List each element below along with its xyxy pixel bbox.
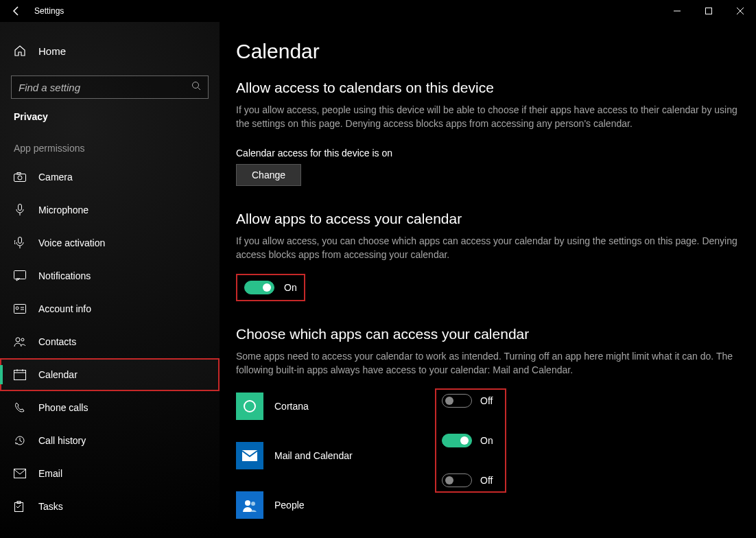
section-app-access: Allow apps to access your calendar If yo… xyxy=(236,211,742,302)
app-toggle-label: Off xyxy=(480,395,493,406)
people-icon xyxy=(236,491,263,519)
svg-rect-8 xyxy=(17,173,21,175)
close-button[interactable] xyxy=(724,0,756,22)
sidebar-item-phone-calls[interactable]: Phone calls xyxy=(0,391,220,424)
sidebar-item-contacts[interactable]: Contacts xyxy=(0,325,220,358)
app-list: CortanaMail and CalendarPeople xyxy=(236,393,435,519)
sidebar-item-label: Email xyxy=(38,468,62,479)
app-toggle-label: Off xyxy=(480,475,493,486)
app-access-toggle-label: On xyxy=(284,282,297,293)
sidebar-item-label: Call history xyxy=(38,435,86,446)
window-title: Settings xyxy=(34,6,64,16)
svg-line-5 xyxy=(198,88,201,91)
sidebar-item-microphone[interactable]: Microphone xyxy=(0,194,220,226)
camera-icon xyxy=(14,172,26,182)
sidebar-item-account-info[interactable]: Account info xyxy=(0,292,220,325)
sidebar-item-voice-activation[interactable]: Voice activation xyxy=(0,226,220,259)
svg-point-29 xyxy=(245,500,250,506)
voice-icon xyxy=(14,237,26,249)
section2-desc: If you allow access, you can choose whic… xyxy=(236,234,742,262)
search-box[interactable] xyxy=(11,75,209,99)
section1-heading: Allow access to calendars on this device xyxy=(236,80,742,96)
svg-rect-6 xyxy=(14,174,26,182)
svg-rect-11 xyxy=(19,237,22,244)
sidebar-item-label: Account info xyxy=(38,303,91,314)
app-name: Cortana xyxy=(274,401,425,412)
sidebar-subsection: App permissions xyxy=(0,124,220,161)
svg-point-27 xyxy=(244,401,255,412)
account-icon xyxy=(14,304,26,314)
sidebar-item-tasks[interactable]: Tasks xyxy=(0,490,220,523)
sidebar-item-label: Tasks xyxy=(38,501,63,512)
svg-rect-9 xyxy=(19,204,22,211)
phone-icon xyxy=(14,402,26,413)
email-icon xyxy=(14,469,26,478)
svg-point-7 xyxy=(18,176,22,180)
tasks-icon xyxy=(14,501,26,512)
app-toggle-mail-and-calendar[interactable] xyxy=(442,434,472,447)
svg-point-19 xyxy=(21,338,24,341)
sidebar-item-label: Notifications xyxy=(38,270,91,281)
sidebar-item-label: Camera xyxy=(38,172,73,183)
sidebar-item-email[interactable]: Email xyxy=(0,457,220,490)
page-title: Calendar xyxy=(236,40,742,63)
section1-desc: If you allow access, people using this d… xyxy=(236,103,742,131)
section3-desc: Some apps need to access your calendar t… xyxy=(236,349,742,377)
app-row-mail-and-calendar: Mail and Calendar xyxy=(236,442,435,469)
app-row-people: People xyxy=(236,491,435,519)
app-toggle-cortana[interactable] xyxy=(442,394,472,408)
sidebar-nav: CameraMicrophoneVoice activationNotifica… xyxy=(0,161,220,523)
minimize-button[interactable] xyxy=(661,0,693,22)
sidebar-item-label: Microphone xyxy=(38,204,88,215)
calendar-icon xyxy=(14,369,26,380)
change-button[interactable]: Change xyxy=(236,164,301,186)
section-choose-apps: Choose which apps can access your calend… xyxy=(236,326,742,519)
search-input[interactable] xyxy=(19,82,191,93)
app-toggle-label: On xyxy=(480,435,493,446)
titlebar: Settings xyxy=(0,0,756,22)
sidebar-item-label: Contacts xyxy=(38,336,76,347)
device-access-status: Calendar access for this device is on xyxy=(236,148,742,159)
back-button[interactable] xyxy=(8,3,25,19)
section2-heading: Allow apps to access your calendar xyxy=(236,211,742,227)
history-icon xyxy=(14,435,26,446)
sidebar-item-camera[interactable]: Camera xyxy=(0,161,220,194)
sidebar-item-label: Phone calls xyxy=(38,402,88,413)
app-toggles-highlight: OffOnOff xyxy=(435,388,506,493)
mail-icon xyxy=(236,442,263,469)
svg-point-18 xyxy=(16,338,20,342)
cortana-icon xyxy=(236,393,263,420)
sidebar: Home Privacy App permissions CameraMicro… xyxy=(0,22,220,538)
sidebar-item-calendar[interactable]: Calendar xyxy=(0,358,220,391)
sidebar-section: Privacy xyxy=(0,99,220,124)
svg-rect-13 xyxy=(14,271,26,279)
svg-point-4 xyxy=(193,82,199,89)
section-device-access: Allow access to calendars on this device… xyxy=(236,80,742,186)
svg-rect-24 xyxy=(14,469,26,478)
home-icon xyxy=(14,45,26,57)
app-toggle-people[interactable] xyxy=(442,473,472,487)
sidebar-home[interactable]: Home xyxy=(0,37,220,65)
sidebar-item-call-history[interactable]: Call history xyxy=(0,424,220,457)
contacts-icon xyxy=(14,336,26,347)
sidebar-item-label: Calendar xyxy=(38,369,78,380)
app-access-toggle[interactable] xyxy=(244,281,274,294)
sidebar-item-notifications[interactable]: Notifications xyxy=(0,259,220,292)
maximize-button[interactable] xyxy=(693,0,724,22)
search-icon xyxy=(191,81,201,93)
sidebar-home-label: Home xyxy=(38,45,66,57)
svg-point-30 xyxy=(251,502,255,506)
svg-point-15 xyxy=(16,307,19,309)
svg-rect-20 xyxy=(14,371,26,380)
sidebar-item-label: Voice activation xyxy=(38,237,105,248)
svg-rect-1 xyxy=(706,8,712,14)
app-row-cortana: Cortana xyxy=(236,393,435,420)
main-content: Calendar Allow access to calendars on th… xyxy=(220,22,756,538)
section3-heading: Choose which apps can access your calend… xyxy=(236,326,742,342)
app-name: People xyxy=(274,500,425,511)
notifications-icon xyxy=(14,270,26,281)
app-name: Mail and Calendar xyxy=(274,450,425,461)
microphone-icon xyxy=(14,204,26,216)
